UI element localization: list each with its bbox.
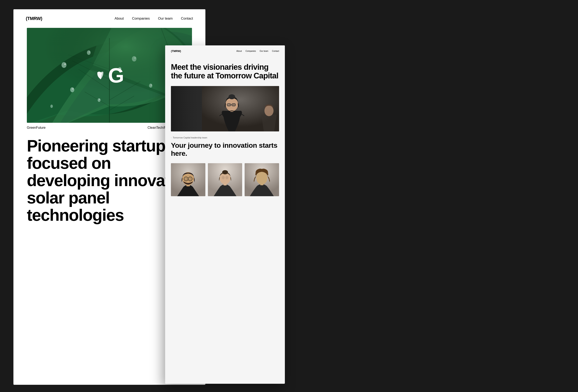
left-nav: About Companies Our team Contact: [115, 16, 193, 21]
team-card-2[interactable]: [208, 163, 242, 196]
right-content: Meet the visionaries driving the future …: [165, 57, 285, 196]
left-logo[interactable]: (TMRW): [26, 16, 42, 21]
leaf-icon: [95, 70, 106, 81]
right-nav: About Companies Our team Contact: [236, 50, 279, 52]
svg-point-41: [264, 105, 274, 116]
right-logo[interactable]: (TMRW): [171, 49, 181, 53]
person-1-svg: [171, 163, 205, 196]
right-nav-about[interactable]: About: [236, 50, 242, 52]
right-nav-contact[interactable]: Contact: [272, 50, 279, 52]
svg-point-50: [184, 177, 188, 181]
team-section-label: Tomorrow Capital leadership team: [171, 136, 279, 139]
nav-companies[interactable]: Companies: [132, 16, 150, 21]
svg-point-34: [229, 94, 235, 99]
nav-our-team[interactable]: Our team: [158, 16, 173, 21]
svg-point-64: [256, 171, 268, 184]
company-name: GreenFuture: [27, 126, 46, 130]
left-header: (TMRW) About Companies Our team Contact: [13, 9, 205, 28]
svg-rect-38: [227, 104, 231, 106]
company-letter-g: G: [108, 65, 124, 86]
team-grid: [171, 163, 279, 196]
svg-point-51: [188, 177, 192, 181]
svg-point-60: [225, 176, 228, 179]
hero-person-svg: [171, 86, 279, 131]
company-logo-overlay: G: [95, 65, 124, 86]
right-nav-our-team[interactable]: Our team: [260, 50, 268, 52]
right-nav-companies[interactable]: Companies: [245, 50, 256, 52]
svg-point-58: [222, 170, 228, 174]
svg-point-59: [222, 176, 225, 179]
right-card: (TMRW) About Companies Our team Contact …: [165, 45, 285, 384]
svg-rect-39: [232, 104, 236, 106]
right-header: (TMRW) About Companies Our team Contact: [165, 45, 285, 57]
team-card-3[interactable]: [245, 163, 279, 196]
journey-headline: Your journey to innovation starts here.: [171, 141, 279, 157]
nav-contact[interactable]: Contact: [181, 16, 193, 21]
team-hero-photo: [171, 86, 279, 131]
person-2-svg: [208, 163, 242, 196]
team-headline: Meet the visionaries driving the future …: [171, 63, 279, 80]
team-card-1[interactable]: [171, 163, 205, 196]
person-3-svg: [245, 163, 279, 196]
nav-about[interactable]: About: [115, 16, 124, 21]
